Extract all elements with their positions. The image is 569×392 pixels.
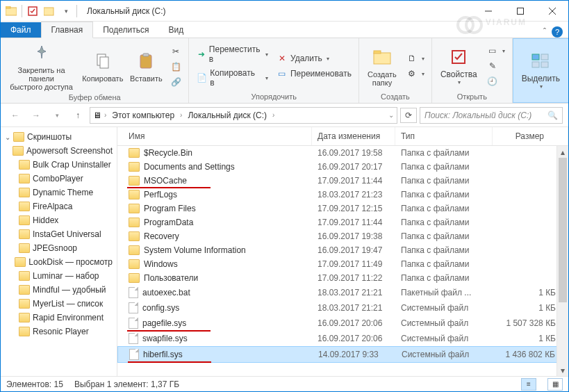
details-view-button[interactable]: ≡ [521,378,536,391]
col-name[interactable]: Имя [117,127,312,145]
newfolder-qat-icon[interactable] [42,3,57,19]
addr-dropdown-icon[interactable]: ⌄ [388,111,394,119]
tree-item[interactable]: Bulk Crap Uninstaller [1,158,117,172]
file-row[interactable]: MSOCache17.09.2017 11:44Папка с файлами [117,174,568,188]
tree-item[interactable]: MyerList — список [1,297,117,311]
rename-button[interactable]: ▭Переименовать [274,67,354,81]
file-row[interactable]: ProgramData17.09.2017 11:44Папка с файла… [117,215,568,229]
tree-item[interactable]: JPEGsnoop [1,241,117,255]
file-row[interactable]: config.sys18.03.2017 21:21Системный файл… [117,300,568,316]
file-date: 16.09.2017 20:17 [312,161,395,173]
tree-item[interactable]: InstaGet Universal [1,227,117,241]
file-row[interactable]: pagefile.sys16.09.2017 20:06Системный фа… [117,316,568,331]
up-button[interactable]: ↑ [69,106,87,124]
file-date: 17.09.2017 11:49 [312,258,395,270]
refresh-button[interactable]: ⟳ [400,108,417,123]
tree-item[interactable]: Apowersoft Screenshot [1,144,117,158]
tree-item[interactable]: Dynamic Theme [1,186,117,199]
tree-item[interactable]: Resonic Player [1,325,117,338]
help-icon[interactable]: ? [552,26,563,38]
tree-item[interactable]: ComboPlayer [1,172,117,186]
file-row[interactable]: autoexec.bat18.03.2017 21:21Пакетный фай… [117,285,568,300]
easyaccess-button[interactable]: ⚙▾ [404,67,427,81]
path-icon: 📋 [170,61,181,72]
copyto-button[interactable]: 📄Копировать в▾ [193,67,271,89]
tree-item[interactable]: FireAlpaca [1,199,117,213]
folder-icon [129,259,140,269]
file-type: Папка с файлами [395,202,493,215]
tree-item[interactable]: LookDisk — просмотр [1,255,117,269]
scroll-thumb[interactable] [559,158,567,302]
scrollbar[interactable]: ▴ ▾ [556,146,568,376]
back-button[interactable]: ← [6,106,24,124]
tree-item-label: Bulk Crap Uninstaller [33,160,111,170]
file-row[interactable]: Documents and Settings16.09.2017 20:17Па… [117,160,568,174]
open-button[interactable]: ▭▾ [484,44,508,58]
file-name: System Volume Information [144,245,246,255]
file-row[interactable]: $Recycle.Bin16.09.2017 19:58Папка с файл… [117,146,568,160]
file-row[interactable]: Recovery16.09.2017 19:38Папка с файлами [117,229,568,243]
minimize-button[interactable] [472,1,504,22]
history-button[interactable]: 🕘 [484,74,508,88]
file-row[interactable]: PerfLogs18.03.2017 21:23Папка с файлами [117,188,568,202]
nav-tree[interactable]: ⌄ Скриншоты Apowersoft ScreenshotBulk Cr… [1,127,117,376]
file-row[interactable]: Пользователи17.09.2017 11:22Папка с файл… [117,271,568,285]
maximize-button[interactable] [504,1,536,22]
tree-item-label: ComboPlayer [33,174,83,183]
icons-view-button[interactable]: ▦ [547,378,563,391]
moveto-button[interactable]: ➜Переместить в▾ [193,43,271,65]
search-box[interactable]: 🔍 [420,107,563,124]
ribbon-group-clipboard: Закрепить на панели быстрого доступа Коп… [1,38,189,103]
crumb-1[interactable]: Локальный диск (C:) [185,111,270,120]
properties-qat-icon[interactable] [25,3,40,19]
tab-file[interactable]: Файл [1,22,41,38]
file-type: Папка с файлами [395,258,493,270]
pin-button[interactable]: Закрепить на панели быстрого доступа [5,40,78,92]
window-controls [472,1,568,22]
file-row[interactable]: System Volume Information16.09.2017 19:4… [117,243,568,257]
forward-button[interactable]: → [27,106,45,124]
edit-icon: ✎ [487,60,498,72]
newitem-button[interactable]: 🗋▾ [404,51,427,65]
crumb-0[interactable]: Этот компьютер [109,111,177,120]
tab-view[interactable]: Вид [158,22,193,38]
file-row[interactable]: Windows17.09.2017 11:49Папка с файлами [117,257,568,271]
file-name: pagefile.sys [142,318,186,328]
pasteshortcut-button[interactable]: 🔗 [167,75,184,89]
files-body[interactable]: $Recycle.Bin16.09.2017 19:58Папка с файл… [117,146,568,376]
tree-item[interactable]: Hiddex [1,213,117,227]
close-button[interactable] [536,1,568,22]
file-row[interactable]: swapfile.sys16.09.2017 20:06Системный фа… [117,331,568,346]
scroll-down-icon[interactable]: ▾ [557,364,568,376]
col-date[interactable]: Дата изменения [312,127,395,145]
file-name: Recovery [144,231,179,241]
search-input[interactable] [424,111,543,120]
col-size[interactable]: Размер [493,127,568,145]
tab-share[interactable]: Поделиться [93,22,158,38]
folder-icon [129,231,140,241]
tab-home[interactable]: Главная [41,22,94,38]
file-row[interactable]: hiberfil.sys14.09.2017 9:33Системный фай… [117,346,568,363]
scroll-up-icon[interactable]: ▴ [557,146,568,158]
collapse-ribbon-icon[interactable]: ˆ [543,27,546,37]
recent-button[interactable]: ▾ [48,106,66,124]
edit-button[interactable]: ✎ [484,59,508,73]
tree-item[interactable]: Rapid Environment [1,311,117,325]
col-type[interactable]: Тип [395,127,493,145]
cut-button[interactable]: ✂ [167,44,184,58]
tree-item[interactable]: Luminar — набор [1,269,117,283]
qat-dropdown-icon[interactable]: ▾ [58,3,74,19]
tree-item[interactable]: Mindful — удобный [1,283,117,297]
delete-button[interactable]: ✕Удалить▾ [274,51,354,65]
newfolder-button[interactable]: Создать папку [363,44,401,88]
select-button[interactable]: Выделить▾ [518,49,564,92]
properties-button[interactable]: Свойства▾ [436,44,481,88]
tree-root[interactable]: ⌄ Скриншоты [1,130,117,144]
folder-icon [19,160,30,170]
paste-button[interactable]: Вставить [127,49,165,84]
file-row[interactable]: Program Files17.09.2017 12:15Папка с фай… [117,202,568,215]
address-bar[interactable]: 🖥 › Этот компьютер › Локальный диск (C:)… [90,107,397,124]
copy-button[interactable]: Копировать [81,49,124,84]
tree-item-label: Apowersoft Screenshot [26,146,113,156]
copypath-button[interactable]: 📋 [167,60,184,74]
